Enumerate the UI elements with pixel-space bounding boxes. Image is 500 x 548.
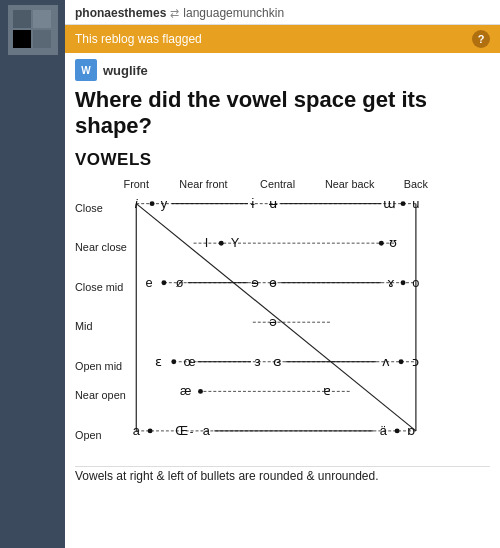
svg-text:Open mid: Open mid [75,359,122,371]
svg-text:ɵ: ɵ [269,274,277,289]
svg-point-39 [219,240,224,245]
svg-text:ɨ: ɨ [251,195,255,210]
svg-text:Mid: Mid [75,320,93,332]
svg-text:ø: ø [176,274,184,289]
svg-text:ɞ: ɞ [273,353,282,368]
svg-text:ʉ: ʉ [269,195,278,210]
svg-point-74 [395,428,400,433]
svg-point-62 [399,359,404,364]
question-badge[interactable]: ? [472,30,490,48]
svg-text:ɛ: ɛ [155,353,162,368]
post-title: Where did the vowel space get its shape? [75,87,490,140]
svg-text:æ: æ [180,383,191,398]
svg-text:Central: Central [260,178,295,190]
footer-note: Vowels at right & left of bullets are ro… [75,466,490,487]
svg-text:o: o [412,274,419,289]
flagged-text: This reblog was flagged [75,32,202,46]
svg-text:Near open: Near open [75,389,126,401]
main-content: phonaesthemes ⇄ languagemunchkin This re… [65,0,500,548]
svg-text:Front: Front [124,178,149,190]
svg-text:u: u [412,195,419,210]
reblog-icon: ⇄ [170,7,179,20]
svg-text:I: I [205,235,209,250]
svg-text:ɔ: ɔ [412,353,419,368]
svg-text:ɤ: ɤ [387,274,395,289]
svg-text:ʊ: ʊ [389,235,397,250]
svg-text:ɒ: ɒ [407,423,415,438]
svg-text:ɘ: ɘ [251,274,259,289]
svg-point-41 [379,240,384,245]
source-icon: W [75,59,97,81]
svg-text:ə: ə [269,314,277,329]
svg-point-68 [148,428,153,433]
svg-point-51 [401,280,406,285]
svg-text:ɜ: ɜ [254,353,261,368]
svg-text:ɯ: ɯ [383,195,396,210]
svg-point-36 [401,201,406,206]
svg-text:ä: ä [380,423,388,438]
svg-point-29 [150,201,155,206]
header-bar: phonaesthemes ⇄ languagemunchkin [65,0,500,25]
svg-text:Open: Open [75,429,102,441]
sidebar [0,0,65,548]
svg-text:Near back: Near back [325,178,375,190]
flagged-bar: This reblog was flagged ? [65,25,500,53]
page-container: phonaesthemes ⇄ languagemunchkin This re… [0,0,500,548]
svg-text:i: i [135,195,139,210]
post-body: Where did the vowel space get its shape?… [65,83,500,495]
svg-point-65 [198,389,203,394]
svg-text:Œ: Œ [175,423,188,438]
svg-point-55 [171,359,176,364]
svg-text:Close: Close [75,201,103,213]
svg-text:ɐ: ɐ [323,383,331,398]
vowel-chart: Front Near front Central Near back Back … [75,174,490,461]
svg-text:Y: Y [231,235,240,250]
reblog-source: W wuglife [65,53,500,83]
svg-text:y: y [161,195,168,210]
svg-text:Close mid: Close mid [75,280,123,292]
svg-rect-5 [8,5,58,55]
svg-text:-: - [190,425,194,437]
svg-text:ʌ: ʌ [382,353,390,368]
blog-name[interactable]: phonaesthemes [75,6,166,20]
svg-text:Near close: Near close [75,241,127,253]
svg-point-44 [161,280,166,285]
svg-text:Back: Back [404,178,429,190]
svg-text:œ: œ [184,353,196,368]
source-blog-name[interactable]: wuglife [103,63,148,78]
vowels-heading: VOWELS [75,150,490,170]
svg-text:a: a [203,423,211,438]
svg-text:Near front: Near front [179,178,227,190]
svg-text:a: a [133,423,141,438]
source-blog[interactable]: languagemunchkin [183,6,284,20]
svg-text:e: e [146,274,153,289]
avatar[interactable] [8,5,58,55]
